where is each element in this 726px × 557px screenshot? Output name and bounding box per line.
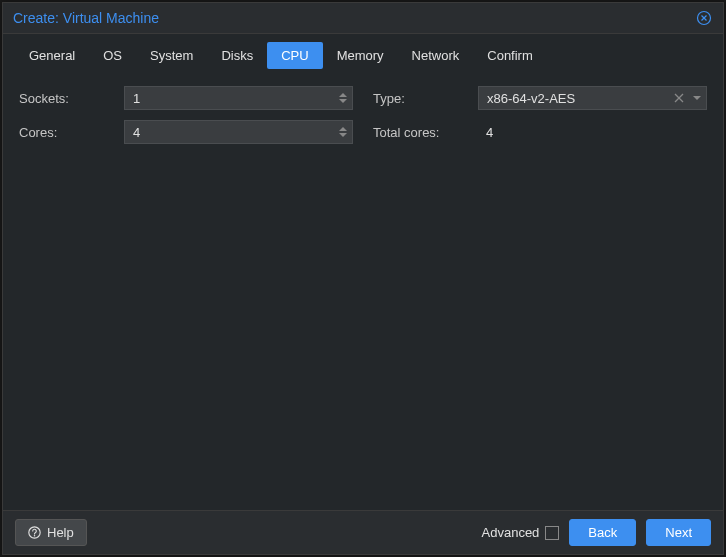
dialog-header: Create: Virtual Machine (3, 3, 723, 34)
sockets-input-wrap (124, 86, 353, 110)
footer-left: Help (15, 519, 87, 546)
help-icon (28, 526, 41, 539)
type-combo[interactable]: x86-64-v2-AES (478, 86, 707, 110)
advanced-label: Advanced (482, 525, 540, 540)
back-button[interactable]: Back (569, 519, 636, 546)
cores-spinner[interactable] (334, 121, 352, 143)
create-vm-dialog: Create: Virtual Machine General OS Syste… (2, 2, 724, 555)
cores-input[interactable] (125, 121, 334, 143)
cores-input-wrap (124, 120, 353, 144)
tab-memory[interactable]: Memory (323, 42, 398, 69)
tab-confirm[interactable]: Confirm (473, 42, 547, 69)
type-clear-icon[interactable] (670, 93, 688, 103)
tab-network[interactable]: Network (398, 42, 474, 69)
advanced-toggle: Advanced (482, 525, 560, 540)
tab-cpu[interactable]: CPU (267, 42, 322, 69)
form-left-column: Sockets: Cores: (19, 85, 353, 498)
type-row: Type: x86-64-v2-AES (373, 85, 707, 111)
type-label: Type: (373, 91, 478, 106)
next-button-label: Next (665, 525, 692, 540)
form-content: Sockets: Cores: (3, 73, 723, 510)
type-dropdown-icon[interactable] (688, 93, 706, 103)
cores-label: Cores: (19, 125, 124, 140)
tab-bar: General OS System Disks CPU Memory Netwo… (3, 34, 723, 73)
cores-row: Cores: (19, 119, 353, 145)
svg-point-5 (29, 527, 40, 538)
type-value: x86-64-v2-AES (479, 91, 670, 106)
sockets-spinner[interactable] (334, 87, 352, 109)
dialog-title: Create: Virtual Machine (13, 10, 159, 26)
close-icon[interactable] (695, 9, 713, 27)
advanced-checkbox[interactable] (545, 526, 559, 540)
tab-general[interactable]: General (15, 42, 89, 69)
total-cores-label: Total cores: (373, 125, 478, 140)
dialog-footer: Help Advanced Back Next (3, 510, 723, 554)
help-button-label: Help (47, 525, 74, 540)
chevron-down-icon (339, 98, 347, 103)
chevron-down-icon (339, 132, 347, 137)
sockets-label: Sockets: (19, 91, 124, 106)
tab-system[interactable]: System (136, 42, 207, 69)
next-button[interactable]: Next (646, 519, 711, 546)
help-button[interactable]: Help (15, 519, 87, 546)
svg-point-6 (34, 535, 35, 536)
sockets-input[interactable] (125, 87, 334, 109)
total-cores-row: Total cores: 4 (373, 119, 707, 145)
tab-disks[interactable]: Disks (207, 42, 267, 69)
footer-right: Advanced Back Next (482, 519, 711, 546)
form-right-column: Type: x86-64-v2-AES (373, 85, 707, 498)
back-button-label: Back (588, 525, 617, 540)
sockets-row: Sockets: (19, 85, 353, 111)
total-cores-value: 4 (478, 125, 707, 140)
tab-os[interactable]: OS (89, 42, 136, 69)
